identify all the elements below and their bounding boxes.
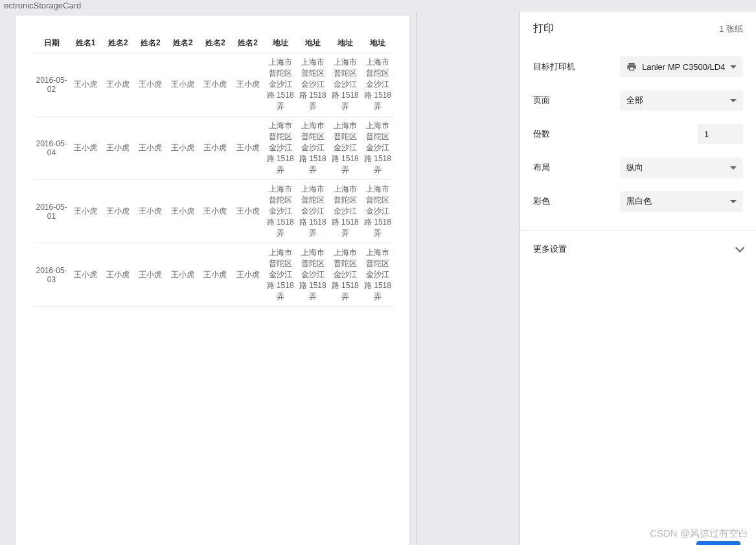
printer-select[interactable]: Lanier MP C3500/LD4: [620, 56, 743, 77]
printer-icon: [626, 61, 637, 72]
cell-address: 上海市普陀区金沙江路 1518 弄: [329, 117, 361, 180]
layout-value: 纵向: [626, 162, 643, 173]
cell-address: 上海市普陀区金沙江路 1518 弄: [297, 117, 329, 180]
cell-address: 上海市普陀区金沙江路 1518 弄: [264, 180, 297, 243]
chevron-down-icon: [730, 200, 737, 203]
cell-address: 上海市普陀区金沙江路 1518 弄: [329, 53, 361, 117]
cell-name: 王小虎: [69, 243, 102, 307]
table-row: 2016-05-01王小虎王小虎王小虎王小虎王小虎王小虎上海市普陀区金沙江路 1…: [34, 180, 394, 243]
cell-name: 王小虎: [199, 243, 231, 307]
color-select[interactable]: 黑白色: [620, 191, 743, 212]
printer-value: Lanier MP C3500/LD4: [642, 62, 725, 72]
cell-address: 上海市普陀区金沙江路 1518 弄: [264, 117, 297, 180]
label-copies: 份数: [533, 128, 550, 140]
cell-name: 王小虎: [102, 53, 134, 117]
cell-name: 王小虎: [134, 243, 166, 307]
print-preview-area: 日期姓名1姓名2姓名2姓名2姓名2姓名2地址地址地址地址 2016-05-02王…: [0, 12, 417, 545]
table-header: 地址: [297, 34, 329, 53]
chevron-down-icon: [730, 65, 737, 69]
table-header: 姓名2: [166, 34, 199, 53]
cell-address: 上海市普陀区金沙江路 1518 弄: [329, 243, 361, 307]
chevron-down-icon: [735, 243, 744, 252]
cell-name: 王小虎: [231, 180, 264, 243]
cell-date: 2016-05-04: [34, 117, 69, 180]
table-header: 姓名2: [199, 34, 231, 53]
cell-address: 上海市普陀区金沙江路 1518 弄: [297, 53, 329, 117]
cell-address: 上海市普陀区金沙江路 1518 弄: [361, 53, 394, 117]
cell-name: 王小虎: [199, 53, 231, 117]
table-row: 2016-05-03王小虎王小虎王小虎王小虎王小虎王小虎上海市普陀区金沙江路 1…: [34, 243, 394, 307]
cell-date: 2016-05-03: [34, 243, 69, 307]
cell-name: 王小虎: [69, 180, 102, 243]
pages-value: 全部: [626, 95, 643, 106]
label-target-printer: 目标打印机: [533, 61, 575, 72]
copies-input[interactable]: [698, 124, 743, 144]
window-title: ectronicStorageCard: [0, 0, 756, 12]
cell-name: 王小虎: [102, 243, 134, 307]
table-header: 姓名2: [102, 34, 134, 53]
preview-sheet: 日期姓名1姓名2姓名2姓名2姓名2姓名2地址地址地址地址 2016-05-02王…: [16, 16, 409, 545]
pages-select[interactable]: 全部: [620, 90, 743, 111]
preview-gap: [417, 12, 520, 545]
label-layout: 布局: [533, 162, 550, 173]
cell-name: 王小虎: [134, 180, 166, 243]
print-title: 打印: [533, 22, 554, 36]
cell-date: 2016-05-02: [34, 53, 69, 117]
cell-name: 王小虎: [166, 180, 199, 243]
cell-address: 上海市普陀区金沙江路 1518 弄: [361, 243, 394, 307]
cell-address: 上海市普陀区金沙江路 1518 弄: [361, 180, 394, 243]
cell-name: 王小虎: [102, 117, 134, 180]
table-header: 姓名1: [69, 34, 102, 53]
cell-name: 王小虎: [231, 53, 264, 117]
cell-name: 王小虎: [69, 117, 102, 180]
button-edge[interactable]: [696, 541, 740, 545]
cell-address: 上海市普陀区金沙江路 1518 弄: [361, 117, 394, 180]
data-table: 日期姓名1姓名2姓名2姓名2姓名2姓名2地址地址地址地址 2016-05-02王…: [34, 34, 394, 307]
print-sidebar: 打印 1 张纸 目标打印机 Lanier MP C3500/LD4 页面: [520, 12, 756, 545]
cell-name: 王小虎: [166, 243, 199, 307]
cell-name: 王小虎: [134, 117, 166, 180]
layout-select[interactable]: 纵向: [620, 157, 743, 178]
table-header: 地址: [329, 34, 361, 53]
more-settings-label: 更多设置: [533, 243, 567, 255]
cell-name: 王小虎: [69, 53, 102, 117]
cell-date: 2016-05-01: [34, 180, 69, 243]
cell-name: 王小虎: [102, 180, 134, 243]
more-settings-toggle[interactable]: 更多设置: [520, 230, 756, 268]
cell-address: 上海市普陀区金沙江路 1518 弄: [329, 180, 361, 243]
table-header: 地址: [361, 34, 394, 53]
table-header: 姓名2: [134, 34, 166, 53]
cell-name: 王小虎: [134, 53, 166, 117]
cell-name: 王小虎: [231, 243, 264, 307]
cell-address: 上海市普陀区金沙江路 1518 弄: [264, 53, 297, 117]
table-header: 日期: [34, 34, 69, 53]
table-header: 姓名2: [231, 34, 264, 53]
label-pages: 页面: [533, 95, 550, 106]
cell-name: 王小虎: [231, 117, 264, 180]
chevron-down-icon: [730, 99, 737, 102]
label-color: 彩色: [533, 195, 550, 207]
table-row: 2016-05-04王小虎王小虎王小虎王小虎王小虎王小虎上海市普陀区金沙江路 1…: [34, 117, 394, 180]
color-value: 黑白色: [626, 195, 652, 207]
table-header: 地址: [264, 34, 297, 53]
sheet-count: 1 张纸: [719, 23, 743, 35]
cell-address: 上海市普陀区金沙江路 1518 弄: [297, 180, 329, 243]
cell-name: 王小虎: [166, 53, 199, 117]
cell-name: 王小虎: [166, 117, 199, 180]
cell-address: 上海市普陀区金沙江路 1518 弄: [297, 243, 329, 307]
cell-name: 王小虎: [199, 117, 231, 180]
cell-name: 王小虎: [199, 180, 231, 243]
chevron-down-icon: [730, 166, 737, 170]
table-row: 2016-05-02王小虎王小虎王小虎王小虎王小虎王小虎上海市普陀区金沙江路 1…: [34, 53, 394, 117]
cell-address: 上海市普陀区金沙江路 1518 弄: [264, 243, 297, 307]
